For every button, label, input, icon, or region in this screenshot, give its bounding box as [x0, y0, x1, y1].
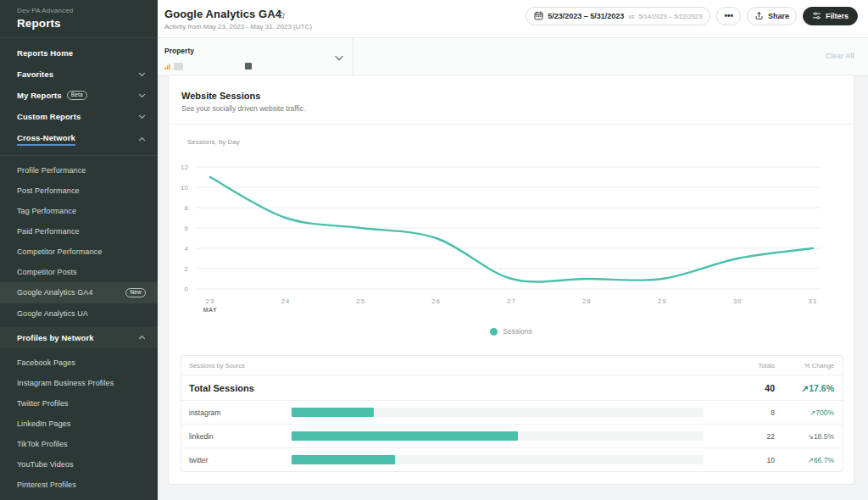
sidebar-item-label: Google Analytics UA — [17, 309, 88, 318]
sidebar-item-label: YouTube Videos — [17, 460, 74, 469]
source-label: linkedin — [181, 432, 292, 441]
source-bar-cell — [292, 431, 715, 441]
sidebar-item-post-performance[interactable]: Post Performance — [0, 181, 158, 201]
table-row: linkedin22↘18.5% — [181, 424, 843, 447]
sidebar: Dev PA Advanced Reports Reports Home Fav… — [0, 0, 158, 500]
source-bar-cell — [292, 455, 715, 464]
sidebar-item-competitor-performance[interactable]: Competitor Performance — [0, 242, 158, 262]
sidebar-item-label: Custom Reports — [17, 112, 81, 121]
sidebar-item-label: Competitor Performance — [17, 247, 102, 256]
total-change: ↗17.6% — [775, 383, 843, 393]
sidebar-item-label: My Reports — [17, 91, 62, 100]
share-button[interactable]: Share — [747, 7, 797, 25]
more-options-button[interactable]: ••• — [716, 7, 741, 25]
trend-down-icon: ↘ — [808, 432, 814, 441]
bar-fill — [292, 431, 518, 441]
y-axis-tick-label: 12 — [181, 164, 188, 171]
chevron-down-icon[interactable] — [334, 51, 344, 61]
filters-icon — [812, 11, 821, 22]
chart-legend: Sessions — [169, 327, 854, 336]
sidebar-item-label: Profile Performance — [17, 166, 86, 175]
sidebar-item-google-analytics-ua[interactable]: Google Analytics UA — [0, 303, 158, 324]
y-axis-tick-label: 2 — [185, 265, 189, 273]
sidebar-item-label: TikTok Profiles — [17, 440, 68, 448]
source-change-value: 700% — [815, 408, 834, 417]
total-value: 40 — [715, 383, 775, 393]
table-row: instagram8↗700% — [181, 400, 843, 424]
sessions-line-chart: 024681012232425262728293031MAY — [175, 155, 845, 316]
total-label: Total Sessions — [181, 383, 292, 393]
bar-fill — [292, 408, 374, 417]
chevron-up-icon — [138, 334, 146, 342]
bar-fill — [292, 455, 395, 464]
table-header-row: Sessions by Source Totals % Change — [181, 356, 843, 375]
sidebar-item-tiktok-profiles[interactable]: TikTok Profiles — [0, 434, 158, 454]
share-icon — [754, 11, 764, 22]
sidebar-item-facebook-pages[interactable]: Facebook Pages — [0, 353, 158, 373]
calendar-icon — [534, 8, 543, 24]
sidebar-item-twitter-profiles[interactable]: Twitter Profiles — [0, 393, 158, 414]
sidebar-item-paid-performance[interactable]: Paid Performance — [0, 221, 158, 242]
total-change-value: 17.6% — [809, 383, 834, 393]
sidebar-item-youtube-videos[interactable]: YouTube Videos — [0, 454, 158, 475]
table-row-total: Total Sessions 40 ↗17.6% — [181, 375, 843, 400]
sidebar-item-label: LinkedIn Pages — [17, 419, 70, 428]
sidebar-item-custom-reports[interactable]: Custom Reports — [0, 106, 158, 127]
table-row: twitter10↗66.7% — [181, 447, 843, 471]
chevron-down-icon — [138, 70, 146, 78]
sidebar-item-reports-home[interactable]: Reports Home — [0, 42, 158, 64]
y-axis-tick-label: 10 — [181, 184, 188, 192]
source-change-value: 66.7% — [814, 456, 834, 464]
google-analytics-icon — [164, 58, 172, 74]
sessions-by-source-table: Sessions by Source Totals % Change Total… — [181, 355, 843, 472]
org-name: Dev PA Advanced — [17, 7, 158, 14]
x-axis-tick-label: 23 — [206, 297, 215, 305]
y-axis-tick-label: 6 — [185, 225, 189, 232]
property-filter-bar: Property Clear All — [158, 38, 868, 76]
sidebar-nav-group: Reports Home Favorites My Reports Beta C… — [0, 38, 158, 155]
sidebar-item-instagram-business-profiles[interactable]: Instagram Business Profiles — [0, 373, 158, 393]
trend-up-icon: ↗ — [808, 456, 814, 464]
y-axis-tick-label: 8 — [185, 204, 189, 212]
sidebar-item-label: Tag Performance — [17, 207, 76, 215]
chevron-down-icon — [138, 113, 146, 120]
main-area: Google Analytics GA4 Activity from May 2… — [158, 0, 868, 500]
compare-word: vs — [628, 14, 634, 19]
favorite-star-icon[interactable] — [276, 8, 287, 19]
card-title: Website Sessions — [181, 91, 260, 101]
compare-range-value: 5/14/2023 – 5/22/2023 — [638, 13, 702, 20]
sidebar-item-google-analytics-ga4[interactable]: Google Analytics GA4New — [0, 282, 158, 303]
source-total: 8 — [715, 408, 775, 417]
sidebar-item-label: Twitter Profiles — [17, 399, 69, 408]
date-range-value: 5/23/2023 – 5/31/2023 — [548, 12, 624, 20]
date-range-picker[interactable]: 5/23/2023 – 5/31/2023 vs 5/14/2023 – 5/2… — [526, 7, 710, 25]
sidebar-item-pinterest-profiles[interactable]: Pinterest Profiles — [0, 475, 158, 495]
sidebar-item-cross-network[interactable]: Cross-Network — [0, 127, 158, 152]
sidebar-item-profile-performance[interactable]: Profile Performance — [0, 160, 158, 181]
x-axis-tick-label: 31 — [809, 297, 818, 305]
top-bar: Google Analytics GA4 Activity from May 2… — [158, 0, 868, 38]
property-label: Property — [164, 47, 194, 55]
sidebar-section-profiles-by-network[interactable]: Profiles by Network — [0, 327, 158, 348]
app-title: Reports — [17, 17, 158, 30]
filters-button[interactable]: Filters — [803, 7, 858, 25]
ellipsis-icon: ••• — [724, 14, 733, 19]
sidebar-item-my-reports[interactable]: My Reports Beta — [0, 85, 158, 106]
page-subtitle: Activity from May 23, 2023 - May 31, 202… — [164, 23, 312, 31]
x-axis-tick-label: 30 — [733, 297, 743, 305]
redacted-property-id — [245, 63, 252, 69]
chevron-up-icon — [138, 136, 146, 143]
source-total: 22 — [715, 432, 775, 441]
sidebar-item-linkedin-pages[interactable]: LinkedIn Pages — [0, 414, 158, 434]
beta-badge: Beta — [67, 91, 87, 100]
sidebar-item-competitor-posts[interactable]: Competitor Posts — [0, 262, 158, 282]
table-body: instagram8↗700%linkedin22↘18.5%twitter10… — [181, 400, 843, 471]
property-selector[interactable]: Property — [158, 38, 353, 76]
trend-up-icon: ↗ — [801, 383, 809, 393]
clear-all-button[interactable]: Clear All — [826, 52, 854, 60]
sidebar-item-label: Pinterest Profiles — [17, 481, 76, 489]
source-bar-cell — [292, 408, 715, 417]
sidebar-item-favorites[interactable]: Favorites — [0, 64, 158, 85]
cross-network-item-list: Profile PerformancePost PerformanceTag P… — [0, 156, 158, 327]
sidebar-item-tag-performance[interactable]: Tag Performance — [0, 201, 158, 221]
